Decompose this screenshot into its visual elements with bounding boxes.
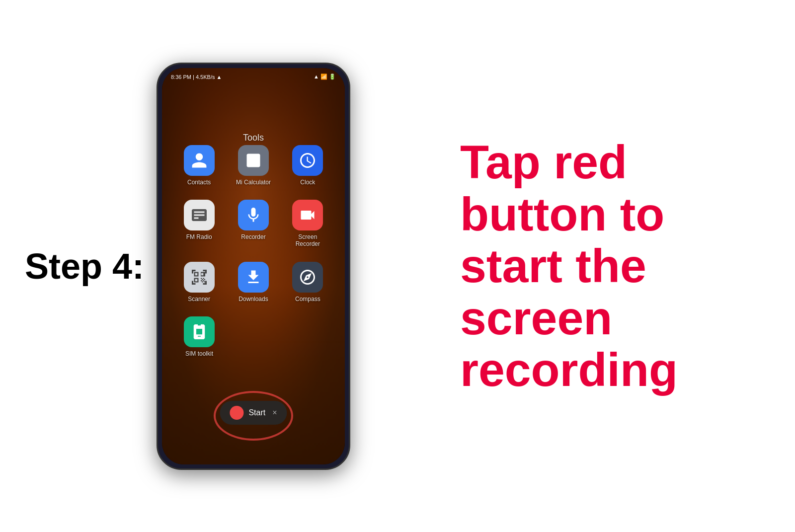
app-compass[interactable]: Compass	[285, 262, 330, 303]
app-calculator[interactable]: Mi Calculator	[231, 145, 276, 186]
compass-icon-bg	[292, 262, 323, 293]
scanner-icon-bg	[184, 262, 215, 293]
step-label: Step 4:	[25, 246, 144, 287]
contacts-icon-bg	[184, 145, 215, 176]
screenrecorder-icon-bg	[292, 200, 323, 230]
app-fm-radio[interactable]: FM Radio	[177, 200, 222, 248]
phone-screen: 8:36 PM | 4.5KB/s ▲ ▲ 📶 🔋 Tools Contacts	[162, 68, 345, 464]
app-recorder[interactable]: Recorder	[231, 200, 276, 248]
close-button[interactable]: ×	[272, 408, 277, 417]
app-row-2: FM Radio Recorder Screen Recorder	[172, 200, 335, 248]
start-recording-button[interactable]: Start ×	[220, 401, 287, 425]
start-label: Start	[248, 408, 265, 417]
app-row-3: Scanner Downloads Compass	[172, 262, 335, 303]
app-row-1: Contacts Mi Calculator Clock	[172, 145, 335, 186]
contacts-label: Contacts	[187, 179, 211, 186]
instruction-line2: button to	[460, 188, 664, 240]
recorder-icon-bg	[238, 200, 269, 230]
instruction-line4: screen	[460, 292, 612, 344]
clock-label: Clock	[300, 179, 315, 186]
instruction-line3: start the	[460, 239, 646, 292]
screenrecorder-label: Screen Recorder	[285, 233, 330, 248]
app-sim-toolkit[interactable]: SIM toolkit	[177, 316, 222, 357]
downloads-label: Downloads	[238, 296, 268, 303]
status-signal: ▲ 📶 🔋	[314, 74, 336, 80]
status-bar: 8:36 PM | 4.5KB/s ▲ ▲ 📶 🔋	[162, 68, 345, 86]
compass-label: Compass	[295, 296, 320, 303]
calculator-label: Mi Calculator	[236, 179, 271, 186]
status-icons: ▲ 📶 🔋	[314, 74, 336, 80]
fmradio-icon-bg	[184, 200, 215, 230]
clock-icon-bg	[292, 145, 323, 176]
app-grid: Contacts Mi Calculator Clock	[172, 145, 335, 372]
app-clock[interactable]: Clock	[285, 145, 330, 186]
fmradio-label: FM Radio	[186, 233, 212, 240]
calculator-icon-bg	[238, 145, 269, 176]
red-dot	[230, 406, 243, 420]
instruction-text: Tap red button to start the screen recor…	[460, 136, 678, 396]
folder-label: Tools	[162, 133, 345, 143]
phone-section: 8:36 PM | 4.5KB/s ▲ ▲ 📶 🔋 Tools Contacts	[149, 63, 358, 470]
start-button-container: Start ×	[220, 401, 287, 425]
phone-outer: 8:36 PM | 4.5KB/s ▲ ▲ 📶 🔋 Tools Contacts	[157, 63, 350, 470]
downloads-icon-bg	[238, 262, 269, 293]
app-downloads[interactable]: Downloads	[231, 262, 276, 303]
app-screen-recorder[interactable]: Screen Recorder	[285, 200, 330, 248]
instruction-line1: Tap red	[460, 136, 627, 188]
app-contacts[interactable]: Contacts	[177, 145, 222, 186]
instruction-line5: recording	[460, 343, 678, 396]
simtoolkit-icon-bg	[184, 316, 215, 347]
app-scanner[interactable]: Scanner	[177, 262, 222, 303]
scanner-label: Scanner	[188, 296, 210, 303]
status-time: 8:36 PM | 4.5KB/s ▲	[171, 74, 222, 80]
app-row-4: SIM toolkit	[172, 316, 335, 357]
left-section: Step 4:	[0, 246, 149, 287]
recorder-label: Recorder	[241, 233, 265, 240]
right-section: Tap red button to start the screen recor…	[358, 116, 795, 416]
simtoolkit-label: SIM toolkit	[185, 350, 213, 357]
